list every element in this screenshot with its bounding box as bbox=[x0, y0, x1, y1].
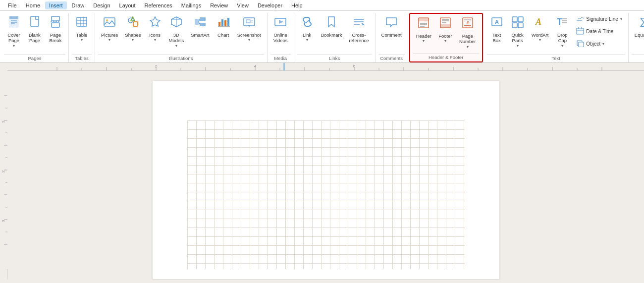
svg-rect-29 bbox=[221, 19, 223, 26]
menu-layout[interactable]: Layout bbox=[115, 1, 140, 9]
page-break-button[interactable]: PageBreak bbox=[46, 13, 65, 46]
page-area bbox=[7, 71, 644, 280]
online-videos-button[interactable]: OnlineVideos bbox=[270, 13, 291, 46]
horizontal-ruler: 2 4 6 bbox=[7, 63, 644, 71]
ruler-svg: 2 4 6 bbox=[7, 63, 644, 71]
pages-group-label: Pages bbox=[4, 54, 65, 62]
cross-reference-label: Cross-reference bbox=[349, 32, 369, 44]
svg-text:2: 2 bbox=[1, 170, 5, 173]
menu-help[interactable]: Help bbox=[287, 1, 307, 9]
menu-file[interactable]: File bbox=[4, 1, 21, 9]
tables-group-label: Tables bbox=[72, 54, 92, 62]
menu-view[interactable]: View bbox=[233, 1, 253, 9]
date-time-button[interactable]: Date & Time bbox=[573, 25, 625, 38]
header-icon bbox=[417, 16, 430, 32]
svg-rect-80 bbox=[7, 63, 644, 71]
menu-developer[interactable]: Developer bbox=[254, 1, 286, 9]
ribbon-group-comments: Comment Comments bbox=[376, 13, 408, 62]
menu-mailings[interactable]: Mailings bbox=[177, 1, 205, 9]
wordart-button[interactable]: A WordArt ▾ bbox=[529, 13, 552, 45]
shapes-button[interactable]: Shapes ▾ bbox=[122, 13, 144, 45]
text-box-button[interactable]: A TextBox bbox=[487, 13, 507, 46]
signature-line-button[interactable]: Signature Line ▾ bbox=[573, 13, 625, 25]
object-button[interactable]: Object ▾ bbox=[573, 38, 625, 50]
cross-reference-button[interactable]: Cross-reference bbox=[346, 13, 372, 46]
footer-button[interactable]: Footer ▾ bbox=[435, 14, 455, 46]
object-label: Object bbox=[586, 41, 600, 47]
cover-page-arrow: ▾ bbox=[13, 44, 15, 49]
text-items: A TextBox QuickParts ▾ A WordArt ▾ bbox=[487, 13, 625, 54]
pictures-arrow: ▾ bbox=[108, 38, 110, 43]
menu-design[interactable]: Design bbox=[89, 1, 114, 9]
menu-review[interactable]: Review bbox=[206, 1, 232, 9]
bookmark-button[interactable]: Bookmark bbox=[318, 13, 345, 40]
online-videos-icon bbox=[273, 15, 287, 31]
comments-group-label: Comments bbox=[378, 54, 405, 62]
3d-models-button[interactable]: 3DModels ▾ bbox=[166, 13, 187, 50]
svg-rect-107 bbox=[283, 63, 285, 71]
table-label: Table bbox=[76, 32, 88, 38]
footer-arrow: ▾ bbox=[444, 39, 446, 44]
svg-marker-19 bbox=[150, 17, 160, 26]
svg-rect-72 bbox=[577, 28, 584, 34]
link-icon bbox=[300, 15, 314, 31]
chart-button[interactable]: Chart bbox=[214, 13, 233, 40]
quick-parts-arrow: ▾ bbox=[517, 44, 519, 49]
page-number-button[interactable]: # PageNumber ▾ bbox=[456, 14, 479, 51]
ruler-area: 2 4 6 bbox=[0, 63, 644, 71]
svg-text:6: 6 bbox=[353, 64, 356, 68]
svg-text:#: # bbox=[466, 20, 469, 25]
screenshot-button[interactable]: Screenshot ▾ bbox=[234, 13, 264, 45]
svg-line-27 bbox=[199, 22, 200, 24]
header-footer-group-label: Header & Footer bbox=[413, 53, 479, 61]
blank-page-button[interactable]: BlankPage bbox=[25, 13, 45, 46]
shapes-arrow: ▾ bbox=[132, 38, 134, 43]
link-button[interactable]: Link ▾ bbox=[297, 13, 317, 45]
drop-cap-icon: T bbox=[555, 15, 569, 31]
icons-button[interactable]: Icons ▾ bbox=[145, 13, 165, 45]
icons-label: Icons bbox=[149, 32, 161, 38]
table-button[interactable]: Table ▾ bbox=[72, 13, 92, 45]
svg-rect-64 bbox=[518, 23, 523, 28]
ribbon: CoverPage ▾ BlankPage PageBreak Pages bbox=[0, 11, 644, 63]
svg-point-15 bbox=[106, 19, 108, 21]
cover-page-button[interactable]: CoverPage ▾ bbox=[4, 13, 24, 50]
signature-line-arrow: ▾ bbox=[620, 17, 622, 21]
quick-parts-button[interactable]: QuickParts ▾ bbox=[508, 13, 528, 50]
pictures-button[interactable]: Pictures ▾ bbox=[98, 13, 121, 45]
wordart-arrow: ▾ bbox=[539, 38, 541, 43]
svg-line-71 bbox=[583, 17, 584, 18]
pictures-label: Pictures bbox=[101, 32, 118, 38]
header-button[interactable]: Header ▾ bbox=[413, 14, 434, 46]
table-icon bbox=[75, 15, 89, 31]
text-group-label: Text bbox=[487, 54, 625, 62]
ribbon-group-text: A TextBox QuickParts ▾ A WordArt ▾ bbox=[484, 13, 629, 62]
svg-rect-6 bbox=[52, 16, 59, 21]
header-footer-items: Header ▾ Footer ▾ # PageNumber ▾ bbox=[413, 14, 479, 53]
comment-button[interactable]: Comment bbox=[378, 13, 405, 40]
object-arrow: ▾ bbox=[602, 42, 604, 46]
drop-cap-label: DropCap bbox=[557, 32, 568, 44]
illustrations-items: Pictures ▾ Shapes ▾ Icons ▾ bbox=[98, 13, 264, 54]
svg-text:1: 1 bbox=[1, 121, 5, 123]
3d-models-icon bbox=[169, 15, 183, 31]
svg-text:4: 4 bbox=[254, 64, 257, 68]
links-group-label: Links bbox=[297, 54, 372, 62]
screenshot-arrow: ▾ bbox=[248, 38, 250, 43]
menu-home[interactable]: Home bbox=[22, 1, 44, 9]
ribbon-content: CoverPage ▾ BlankPage PageBreak Pages bbox=[0, 11, 644, 62]
date-time-label: Date & Time bbox=[586, 29, 613, 34]
vertical-ruler: 1 2 3 bbox=[0, 71, 7, 280]
menu-references[interactable]: References bbox=[141, 1, 176, 9]
ribbon-group-illustrations: Pictures ▾ Shapes ▾ Icons ▾ bbox=[95, 13, 268, 62]
svg-text:A: A bbox=[535, 17, 541, 27]
smartart-button[interactable]: SmartArt bbox=[188, 13, 212, 40]
page-number-label: PageNumber bbox=[459, 33, 476, 45]
drop-cap-button[interactable]: T DropCap ▾ bbox=[552, 13, 572, 50]
menu-insert[interactable]: Insert bbox=[45, 1, 67, 9]
menu-draw[interactable]: Draw bbox=[68, 1, 89, 9]
equation-button[interactable]: ∑ Equation bbox=[632, 13, 644, 40]
date-time-icon bbox=[576, 27, 584, 36]
page-grid bbox=[187, 120, 465, 269]
page-break-label: PageBreak bbox=[50, 32, 62, 44]
